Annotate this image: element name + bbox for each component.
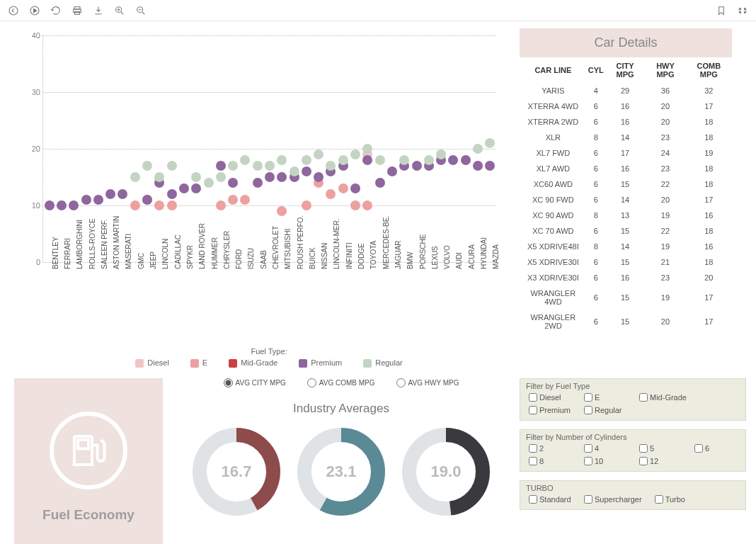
data-point[interactable] bbox=[326, 161, 336, 171]
data-point[interactable] bbox=[362, 144, 372, 154]
data-point[interactable] bbox=[338, 155, 348, 165]
legend-item[interactable]: Regular bbox=[363, 358, 403, 368]
collapse-icon[interactable] bbox=[736, 4, 749, 17]
filter-checkbox[interactable]: Diesel bbox=[529, 393, 571, 402]
legend-item[interactable]: Diesel bbox=[135, 358, 169, 368]
filter-checkbox[interactable]: E bbox=[584, 393, 626, 402]
data-point[interactable] bbox=[277, 155, 287, 165]
data-point[interactable] bbox=[473, 161, 483, 171]
data-point[interactable] bbox=[216, 161, 226, 171]
data-point[interactable] bbox=[253, 178, 263, 188]
data-point[interactable] bbox=[350, 183, 360, 193]
table-row[interactable]: X3 XDRIVE30I6162320 bbox=[520, 270, 732, 285]
table-row[interactable]: XC 90 AWD8131916 bbox=[520, 208, 732, 223]
table-row[interactable]: X5 XDRIVE48I8141916 bbox=[520, 239, 732, 254]
metric-radio[interactable]: AVG CITY MPG bbox=[224, 378, 286, 387]
data-point[interactable] bbox=[154, 200, 164, 210]
data-point[interactable] bbox=[130, 172, 140, 182]
data-point[interactable] bbox=[461, 155, 471, 165]
table-row[interactable]: XC 70 AWD6152218 bbox=[520, 223, 732, 239]
filter-checkbox[interactable]: Regular bbox=[584, 406, 626, 414]
data-point[interactable] bbox=[436, 149, 446, 159]
filter-checkbox[interactable]: 10 bbox=[584, 457, 626, 465]
data-point[interactable] bbox=[399, 155, 409, 165]
table-row[interactable]: XC 90 FWD6142017 bbox=[520, 192, 732, 208]
table-header[interactable]: CITY MPG bbox=[605, 57, 646, 83]
data-point[interactable] bbox=[105, 189, 115, 199]
data-point[interactable] bbox=[253, 161, 263, 171]
data-point[interactable] bbox=[191, 183, 201, 193]
data-point[interactable] bbox=[130, 200, 140, 210]
data-point[interactable] bbox=[81, 195, 91, 205]
data-point[interactable] bbox=[412, 161, 422, 171]
data-point[interactable] bbox=[167, 200, 177, 210]
download-icon[interactable] bbox=[92, 4, 105, 17]
play-icon[interactable] bbox=[28, 4, 41, 17]
data-point[interactable] bbox=[45, 200, 55, 210]
zoom-in-icon[interactable] bbox=[113, 4, 126, 17]
data-point[interactable] bbox=[216, 200, 226, 210]
table-row[interactable]: XLR8142318 bbox=[520, 130, 732, 145]
back-icon[interactable] bbox=[7, 4, 20, 17]
filter-checkbox[interactable]: 5 bbox=[639, 444, 682, 453]
data-point[interactable] bbox=[179, 183, 189, 193]
data-point[interactable] bbox=[485, 161, 495, 171]
filter-checkbox[interactable]: Supercharger bbox=[584, 495, 642, 504]
data-point[interactable] bbox=[204, 178, 214, 188]
table-header[interactable]: HWY MPG bbox=[645, 57, 685, 83]
data-point[interactable] bbox=[154, 172, 164, 182]
data-point[interactable] bbox=[142, 195, 152, 205]
data-point[interactable] bbox=[362, 200, 372, 210]
data-point[interactable] bbox=[350, 149, 360, 159]
table-header[interactable]: CAR LINE bbox=[520, 57, 587, 83]
metric-radio[interactable]: AVG HWY MPG bbox=[396, 378, 459, 387]
data-point[interactable] bbox=[290, 166, 299, 176]
refresh-icon[interactable] bbox=[50, 4, 62, 17]
data-point[interactable] bbox=[314, 149, 323, 159]
data-point[interactable] bbox=[240, 155, 250, 165]
data-point[interactable] bbox=[69, 200, 79, 210]
table-row[interactable]: XTERRA 4WD6162017 bbox=[520, 98, 732, 114]
table-row[interactable]: XL7 FWD6172419 bbox=[520, 145, 732, 161]
filter-checkbox[interactable]: 6 bbox=[694, 444, 737, 453]
legend-item[interactable]: Premium bbox=[299, 358, 342, 368]
filter-checkbox[interactable]: Turbo bbox=[655, 495, 697, 504]
data-point[interactable] bbox=[216, 172, 226, 182]
data-point[interactable] bbox=[424, 155, 434, 165]
table-row[interactable]: WRANGLER 2WD6152017 bbox=[520, 310, 732, 334]
data-point[interactable] bbox=[240, 195, 250, 205]
data-point[interactable] bbox=[93, 195, 103, 205]
data-point[interactable] bbox=[228, 195, 238, 205]
data-point[interactable] bbox=[375, 178, 385, 188]
filter-checkbox[interactable]: Mid-Grade bbox=[639, 393, 687, 402]
table-row[interactable]: X5 XDRIVE30I6152118 bbox=[520, 254, 732, 270]
table-header[interactable]: CYL bbox=[587, 57, 605, 83]
data-point[interactable] bbox=[387, 166, 397, 176]
data-point[interactable] bbox=[302, 166, 311, 176]
data-point[interactable] bbox=[265, 172, 275, 182]
legend-item[interactable]: E bbox=[190, 358, 207, 368]
data-point[interactable] bbox=[350, 200, 360, 210]
filter-checkbox[interactable]: 12 bbox=[639, 457, 682, 465]
table-row[interactable]: YARIS4293632 bbox=[520, 83, 732, 98]
table-row[interactable]: WRANGLER 4WD6151917 bbox=[520, 285, 732, 310]
metric-radio[interactable]: AVG COMB MPG bbox=[307, 378, 375, 387]
data-point[interactable] bbox=[228, 161, 238, 171]
data-point[interactable] bbox=[314, 172, 323, 182]
filter-checkbox[interactable]: Premium bbox=[529, 406, 571, 414]
data-point[interactable] bbox=[302, 200, 311, 210]
filter-checkbox[interactable]: 4 bbox=[584, 444, 626, 453]
table-row[interactable]: XL7 AWD6162318 bbox=[520, 161, 732, 176]
data-point[interactable] bbox=[338, 183, 348, 193]
data-point[interactable] bbox=[485, 138, 495, 148]
data-point[interactable] bbox=[167, 189, 177, 199]
data-point[interactable] bbox=[142, 161, 152, 171]
table-row[interactable]: XC60 AWD6152218 bbox=[520, 176, 732, 192]
data-point[interactable] bbox=[302, 155, 311, 165]
data-point[interactable] bbox=[57, 200, 67, 210]
data-point[interactable] bbox=[277, 206, 287, 216]
filter-checkbox[interactable]: 2 bbox=[529, 444, 571, 453]
legend-item[interactable]: Mid-Grade bbox=[229, 358, 277, 368]
table-header[interactable]: COMB MPG bbox=[686, 57, 732, 83]
data-point[interactable] bbox=[191, 172, 201, 182]
